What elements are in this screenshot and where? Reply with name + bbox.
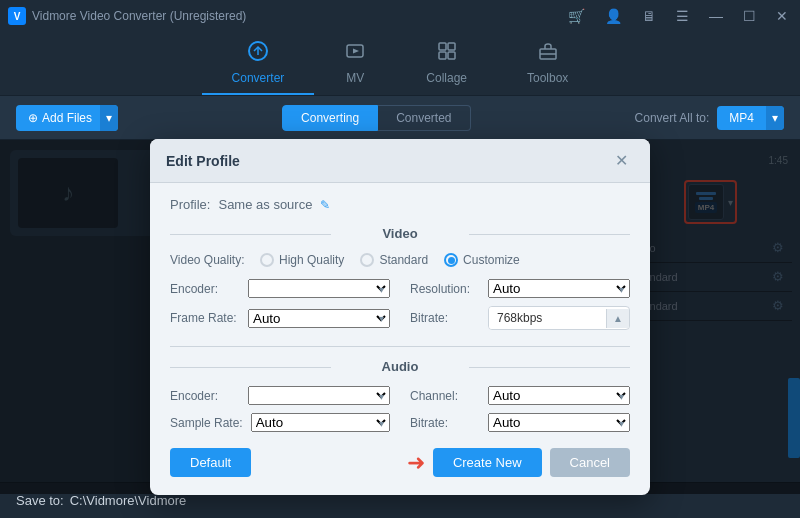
audio-bitrate-row: Bitrate: Auto — [410, 413, 630, 432]
default-button[interactable]: Default — [170, 448, 251, 477]
collage-icon — [436, 40, 458, 67]
svg-rect-5 — [448, 52, 455, 59]
audio-encoder-row: Encoder: — [170, 386, 390, 405]
audio-bitrate-select[interactable]: Auto — [488, 413, 630, 432]
svg-rect-4 — [439, 52, 446, 59]
radio-standard-label: Standard — [379, 253, 428, 267]
minimize-button[interactable]: — — [705, 6, 727, 26]
audio-section-header: Audio — [170, 359, 630, 374]
channel-label: Channel: — [410, 389, 480, 403]
video-bitrate-label: Bitrate: — [410, 311, 480, 325]
convert-all-select[interactable]: MP4 ▾ — [717, 106, 784, 130]
toolbar-left: ⊕ Add Files ▾ — [16, 105, 118, 131]
modal-close-button[interactable]: ✕ — [609, 149, 634, 172]
channel-select-wrapper: Auto — [488, 386, 630, 405]
tab-toolbox-label: Toolbox — [527, 71, 568, 85]
svg-rect-3 — [448, 43, 455, 50]
tab-mv-label: MV — [346, 71, 364, 85]
main-content: ♪ ℹ 1:45 MP4 ▾ Auto ⚙ Standard — [0, 140, 800, 494]
radio-customize-label: Customize — [463, 253, 520, 267]
encoder-select-wrapper — [248, 279, 390, 298]
video-bitrate-input-wrapper: ▲ — [488, 306, 630, 330]
video-bitrate-row: Bitrate: ▲ — [410, 306, 630, 330]
audio-bitrate-label: Bitrate: — [410, 416, 480, 430]
cart-icon[interactable]: 🛒 — [564, 6, 589, 26]
maximize-button[interactable]: ☐ — [739, 6, 760, 26]
mv-icon — [344, 40, 366, 67]
tab-mv[interactable]: MV — [314, 32, 396, 95]
close-button[interactable]: ✕ — [772, 6, 792, 26]
sample-rate-row: Sample Rate: Auto — [170, 413, 390, 432]
view-tab-converted[interactable]: Converted — [378, 105, 470, 131]
encoder-label: Encoder: — [170, 282, 240, 296]
add-files-dropdown-arrow[interactable]: ▾ — [100, 105, 118, 131]
sample-rate-select-wrapper: Auto — [251, 413, 390, 432]
radio-customize-circle — [444, 253, 458, 267]
resolution-label: Resolution: — [410, 282, 480, 296]
modal-title: Edit Profile — [166, 153, 240, 169]
modal-header: Edit Profile ✕ — [150, 139, 650, 183]
tab-collage-label: Collage — [426, 71, 467, 85]
plus-icon: ⊕ — [28, 111, 38, 125]
resolution-select-wrapper: Auto — [488, 279, 630, 298]
audio-bitrate-select-wrapper: Auto — [488, 413, 630, 432]
app-title: Vidmore Video Converter (Unregistered) — [32, 9, 246, 23]
sample-rate-label: Sample Rate: — [170, 416, 243, 430]
arrow-indicator: ➜ — [407, 450, 425, 476]
channel-select[interactable]: Auto — [488, 386, 630, 405]
sample-rate-select[interactable]: Auto — [251, 413, 390, 432]
view-tab-converting[interactable]: Converting — [282, 105, 378, 131]
resolution-select[interactable]: Auto — [488, 279, 630, 298]
edit-profile-modal: Edit Profile ✕ Profile: Same as source ✎… — [150, 139, 650, 495]
radio-high-quality-label: High Quality — [279, 253, 344, 267]
cancel-button[interactable]: Cancel — [550, 448, 630, 477]
title-bar-left: V Vidmore Video Converter (Unregistered) — [8, 7, 246, 25]
app-icon: V — [8, 7, 26, 25]
title-bar: V Vidmore Video Converter (Unregistered)… — [0, 0, 800, 32]
tab-toolbox[interactable]: Toolbox — [497, 32, 598, 95]
add-files-button[interactable]: ⊕ Add Files ▾ — [16, 105, 118, 131]
audio-encoder-select-wrapper — [248, 386, 390, 405]
radio-high-quality[interactable]: High Quality — [260, 253, 344, 267]
encoder-select[interactable] — [248, 279, 390, 298]
radio-standard[interactable]: Standard — [360, 253, 428, 267]
add-files-label: Add Files — [42, 111, 92, 125]
profile-edit-icon[interactable]: ✎ — [320, 198, 330, 212]
video-quality-label: Video Quality: — [170, 253, 260, 267]
convert-all-label: Convert All to: — [635, 111, 710, 125]
radio-standard-circle — [360, 253, 374, 267]
tab-converter[interactable]: Converter — [202, 32, 315, 95]
audio-encoder-select[interactable] — [248, 386, 390, 405]
nav-tabs: Converter MV Collage — [0, 32, 800, 96]
profile-value: Same as source — [218, 197, 312, 212]
person-icon[interactable]: 👤 — [601, 6, 626, 26]
title-bar-right: 🛒 👤 🖥 ☰ — ☐ ✕ — [564, 6, 792, 26]
profile-label: Profile: — [170, 197, 210, 212]
view-tabs: Converting Converted — [282, 105, 470, 131]
menu-icon[interactable]: ☰ — [672, 6, 693, 26]
tab-collage[interactable]: Collage — [396, 32, 497, 95]
create-new-button[interactable]: Create New — [433, 448, 542, 477]
save-to-section: Save to: C:\Vidmore\Vidmore — [16, 493, 186, 508]
toolbar-right: Convert All to: MP4 ▾ — [635, 106, 784, 130]
modal-body: Profile: Same as source ✎ Video Video Qu… — [150, 183, 650, 495]
video-quality-radio-group: High Quality Standard Customize — [260, 253, 520, 267]
svg-rect-2 — [439, 43, 446, 50]
video-quality-row: Video Quality: High Quality Standard — [170, 253, 630, 267]
profile-row: Profile: Same as source ✎ — [170, 197, 630, 212]
save-to-label: Save to: — [16, 493, 64, 508]
radio-high-quality-circle — [260, 253, 274, 267]
format-dropdown-arrow[interactable]: ▾ — [766, 106, 784, 130]
toolbar: ⊕ Add Files ▾ Converting Converted Conve… — [0, 96, 800, 140]
video-bitrate-input[interactable] — [489, 307, 606, 329]
bitrate-up-btn[interactable]: ▲ — [606, 309, 629, 328]
framerate-select[interactable]: Auto — [248, 309, 390, 328]
modal-overlay: Edit Profile ✕ Profile: Same as source ✎… — [0, 140, 800, 494]
video-section-header: Video — [170, 226, 630, 241]
resolution-row: Resolution: Auto — [410, 279, 630, 298]
radio-customize[interactable]: Customize — [444, 253, 520, 267]
monitor-icon[interactable]: 🖥 — [638, 6, 660, 26]
modal-divider — [170, 346, 630, 347]
format-label: MP4 — [729, 111, 754, 125]
framerate-select-wrapper: Auto — [248, 309, 390, 328]
